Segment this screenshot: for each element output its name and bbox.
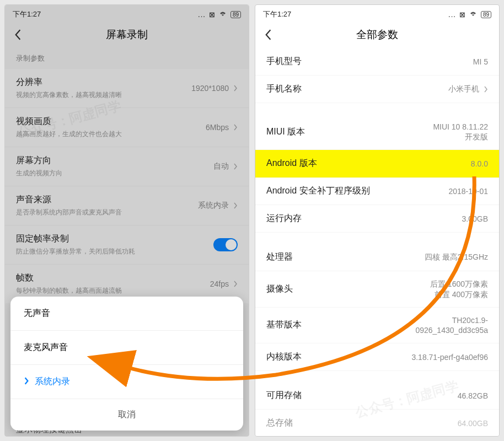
page-title: 屏幕录制 — [106, 28, 148, 42]
mute-icon: ⊠ — [459, 10, 465, 19]
row-title: 声音来源 — [16, 194, 198, 206]
status-time: 下午1:27 — [263, 9, 291, 19]
row-security-patch[interactable]: Android 安全补丁程序级别2018-10-01 — [255, 178, 499, 205]
wifi-icon — [469, 10, 478, 19]
sheet-option-microphone[interactable]: 麦克风声音 — [10, 331, 243, 365]
row-android-version[interactable]: Android 版本8.0.0 — [255, 150, 499, 178]
row-value: MIUI 10 8.11.22 开发版 — [433, 122, 488, 142]
row-value: 2018-10-01 — [448, 187, 488, 196]
row-value: 3.00GB — [462, 214, 488, 223]
chevron-right-icon — [233, 124, 238, 131]
battery-icon: 89 — [230, 11, 241, 18]
row-phone-model[interactable]: 手机型号MI 5 — [255, 48, 499, 76]
row-value: TH20c1.9- 0926_1430_dd3c95a — [415, 315, 488, 335]
page-title: 全部参数 — [356, 28, 398, 42]
chevron-right-icon — [233, 281, 238, 287]
check-icon — [24, 377, 29, 387]
chevron-right-icon — [233, 85, 238, 92]
sheet-option-system-audio[interactable]: 系统内录 — [10, 365, 243, 399]
row-orientation[interactable]: 屏幕方向生成的视频方向 自动 — [5, 147, 249, 186]
row-value: 小米手机 — [448, 84, 479, 94]
row-title: 分辨率 — [16, 77, 191, 88]
row-value: 6Mbps — [206, 123, 229, 132]
row-value: 24fps — [210, 279, 229, 288]
row-title: Android 版本 — [266, 158, 471, 169]
row-fixed-framerate[interactable]: 固定帧率录制防止微信分享播放异常，关闭后降低功耗 — [5, 225, 249, 265]
screen-recording-settings: 下午1:27 ... ⊠ 89 屏幕录制 录制参数 分辨率视频的宽高像素数，越高… — [4, 4, 249, 437]
row-resolution[interactable]: 分辨率视频的宽高像素数，越高视频越清晰 1920*1080 — [5, 69, 249, 108]
row-title: 固定帧率录制 — [16, 233, 213, 245]
status-bar: 下午1:27 ... ⊠ 89 — [255, 5, 499, 24]
more-dots-icon: ... — [448, 10, 456, 19]
row-audio-source[interactable]: 声音来源是否录制系统内部声音或麦克风声音 系统内录 — [5, 186, 249, 225]
back-button[interactable] — [264, 29, 275, 40]
wifi-icon — [218, 10, 227, 19]
status-time: 下午1:27 — [13, 9, 41, 19]
row-baseband[interactable]: 基带版本TH20c1.9- 0926_1430_dd3c95a — [255, 308, 499, 343]
chevron-right-icon — [233, 163, 238, 170]
row-subtitle: 生成的视频方向 — [16, 169, 213, 178]
status-icons: ... ⊠ 89 — [448, 10, 491, 19]
row-miui-version[interactable]: MIUI 版本MIUI 10 8.11.22 开发版 — [255, 114, 499, 150]
nav-bar: 全部参数 — [255, 24, 499, 48]
chevron-right-icon — [233, 202, 238, 209]
row-value: 8.0.0 — [471, 159, 488, 168]
row-title: 屏幕方向 — [16, 155, 213, 166]
row-value: MI 5 — [473, 57, 488, 66]
sheet-option-no-sound[interactable]: 无声音 — [10, 297, 243, 331]
row-title: 运行内存 — [266, 213, 462, 224]
chevron-right-icon — [484, 86, 488, 93]
row-subtitle: 越高画质越好，生成的文件也会越大 — [16, 130, 206, 139]
row-subtitle: 防止微信分享播放异常，关闭后降低功耗 — [16, 247, 213, 256]
row-title: 帧数 — [16, 272, 210, 284]
row-subtitle: 是否录制系统内部声音或麦克风声音 — [16, 208, 198, 217]
row-processor[interactable]: 处理器四核 最高2.15GHz — [255, 244, 499, 271]
row-title: 处理器 — [266, 251, 425, 263]
row-subtitle: 视频的宽高像素数，越高视频越清晰 — [16, 90, 191, 100]
back-button[interactable] — [14, 29, 25, 40]
row-ram[interactable]: 运行内存3.00GB — [255, 205, 499, 233]
row-title: 视频画质 — [16, 116, 206, 127]
audio-source-sheet: 无声音 麦克风声音 系统内录 取消 — [10, 297, 243, 431]
section-header: 录制参数 — [5, 48, 249, 69]
row-available-storage[interactable]: 可用存储46.82GB — [255, 382, 499, 410]
row-title: 可用存储 — [266, 390, 458, 401]
row-kernel[interactable]: 内核版本3.18.71-perf-g4a0ef96 — [255, 343, 499, 371]
row-value: 3.18.71-perf-g4a0ef96 — [411, 353, 488, 362]
row-subtitle: 每秒钟录制的帧数，越高画面越流畅 — [16, 286, 210, 295]
toggle-on[interactable] — [213, 238, 238, 251]
row-value: 系统内录 — [198, 201, 229, 211]
row-title: MIUI 版本 — [266, 126, 433, 138]
row-quality[interactable]: 视频画质越高画质越好，生成的文件也会越大 6Mbps — [5, 108, 249, 147]
row-title: 内核版本 — [266, 351, 411, 363]
sheet-option-label: 系统内录 — [35, 376, 70, 388]
row-value: 四核 最高2.15GHz — [425, 252, 488, 262]
sheet-cancel-button[interactable]: 取消 — [10, 399, 243, 431]
row-camera[interactable]: 摄像头后置 1600万像素 前置 400万像素 — [255, 271, 499, 307]
row-title: 总存储 — [266, 417, 458, 429]
row-title: 基带版本 — [266, 319, 415, 331]
battery-icon: 89 — [481, 11, 491, 18]
row-value: 后置 1600万像素 前置 400万像素 — [430, 279, 488, 299]
row-phone-name[interactable]: 手机名称小米手机 — [255, 76, 499, 103]
row-total-storage[interactable]: 总存储64.00GB — [255, 410, 499, 436]
row-title: 手机名称 — [266, 83, 448, 95]
status-bar: 下午1:27 ... ⊠ 89 — [5, 5, 249, 24]
row-title: 手机型号 — [266, 56, 473, 67]
row-value: 64.00GB — [458, 419, 488, 428]
status-icons: ... ⊠ 89 — [198, 10, 241, 19]
row-value: 1920*1080 — [191, 84, 229, 93]
mute-icon: ⊠ — [209, 10, 215, 19]
row-value: 46.82GB — [458, 391, 488, 400]
nav-bar: 屏幕录制 — [5, 24, 249, 48]
row-title: Android 安全补丁程序级别 — [266, 185, 448, 197]
row-value: 自动 — [213, 162, 229, 171]
row-title: 摄像头 — [266, 283, 430, 295]
all-specs-settings: 下午1:27 ... ⊠ 89 全部参数 手机型号MI 5 手机名称小米手机 M… — [255, 4, 500, 437]
more-dots-icon: ... — [198, 10, 206, 19]
